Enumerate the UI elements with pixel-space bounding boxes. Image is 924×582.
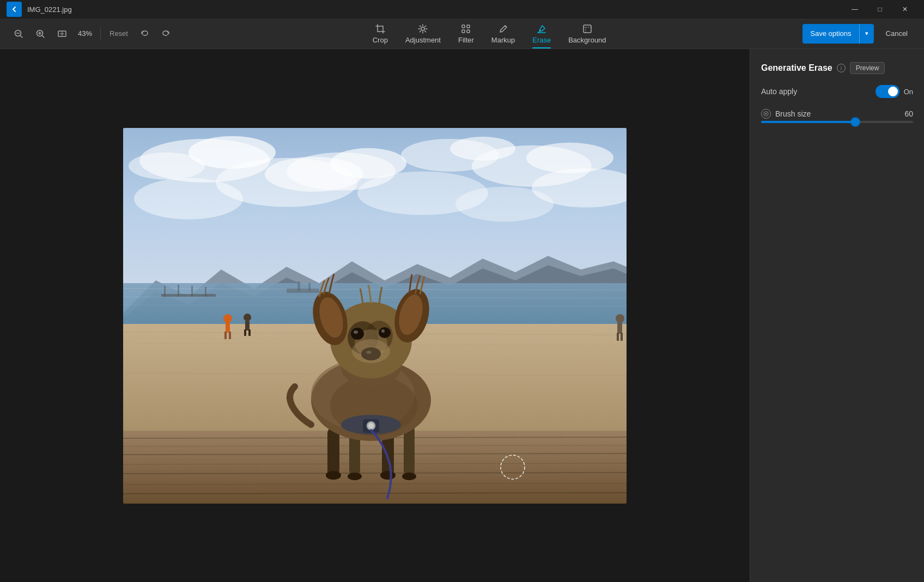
photo-display [123, 128, 627, 504]
redo-button[interactable] [156, 24, 176, 44]
toggle-on-label: On [904, 88, 913, 96]
svg-point-10 [421, 27, 424, 30]
window-title: IMG_0221.jpg [27, 5, 842, 14]
svg-point-59 [616, 314, 624, 323]
filter-icon [460, 23, 471, 34]
tool-adjustment-label: Adjustment [405, 36, 441, 44]
tool-adjustment[interactable]: Adjustment [398, 20, 448, 47]
slider-fill [761, 121, 855, 123]
fit-to-screen-button[interactable] [52, 24, 72, 44]
tool-background[interactable]: Background [561, 20, 613, 47]
svg-rect-14 [467, 30, 470, 33]
adjustment-icon [417, 23, 428, 34]
brush-size-icon [761, 109, 771, 119]
slider-track [761, 121, 913, 123]
svg-point-55 [244, 314, 251, 321]
svg-rect-61 [617, 333, 619, 341]
divider [100, 27, 101, 40]
right-panel: Generative Erase i Preview Auto apply On [750, 49, 924, 582]
photo-svg [123, 128, 627, 504]
svg-rect-11 [462, 25, 465, 28]
svg-line-4 [42, 35, 45, 38]
info-icon[interactable]: i [837, 64, 846, 72]
svg-point-98 [381, 329, 385, 333]
brush-size-section: Brush size 60 [761, 109, 913, 123]
toggle-knob [888, 87, 898, 96]
markup-icon [498, 23, 509, 34]
panel-header: Generative Erase i Preview [761, 62, 913, 74]
brush-size-value: 60 [897, 109, 913, 118]
svg-point-76 [348, 473, 362, 480]
svg-point-97 [354, 330, 358, 334]
auto-apply-toggle-container: On [876, 85, 913, 98]
svg-point-19 [129, 152, 205, 180]
brush-size-row: Brush size 60 [761, 109, 913, 119]
toolbar-right: Save options ▾ Cancel [803, 24, 915, 44]
svg-point-75 [326, 471, 341, 480]
maximize-button[interactable]: □ [867, 0, 892, 19]
svg-point-51 [223, 314, 232, 323]
svg-rect-39 [164, 286, 166, 297]
svg-rect-41 [191, 286, 193, 297]
zoom-level: 43% [74, 29, 96, 38]
zoom-in-button[interactable] [31, 24, 50, 44]
zoom-out-button[interactable] [9, 24, 28, 44]
svg-point-78 [402, 473, 416, 480]
tool-crop[interactable]: Crop [365, 20, 396, 47]
svg-point-95 [351, 328, 364, 340]
save-options-chevron-icon: ▾ [859, 24, 874, 44]
svg-rect-15 [583, 25, 591, 33]
toolbar: 43% Reset Crop [0, 19, 924, 49]
svg-rect-12 [462, 30, 465, 33]
svg-point-96 [379, 327, 391, 338]
toolbar-center: Crop Adjustment [178, 20, 800, 47]
svg-rect-38 [161, 294, 216, 297]
erase-icon [536, 23, 547, 34]
background-icon [582, 23, 593, 34]
svg-point-85 [368, 423, 374, 428]
brush-size-slider[interactable] [761, 121, 913, 123]
toolbar-left: 43% Reset [9, 24, 176, 44]
svg-line-1 [21, 35, 23, 38]
tool-crop-label: Crop [373, 36, 388, 44]
window-controls: — □ ✕ [842, 0, 917, 19]
back-button[interactable] [7, 2, 22, 17]
svg-rect-40 [178, 285, 179, 297]
preview-badge[interactable]: Preview [850, 62, 885, 74]
svg-point-104 [765, 113, 767, 115]
auto-apply-toggle[interactable] [876, 85, 899, 98]
slider-thumb[interactable] [851, 118, 860, 126]
svg-point-25 [526, 143, 613, 173]
svg-rect-56 [245, 321, 250, 330]
tool-erase[interactable]: Erase [525, 20, 558, 47]
save-options-button[interactable]: Save options ▾ [803, 24, 873, 44]
tool-background-label: Background [568, 36, 606, 44]
svg-rect-45 [308, 283, 311, 291]
brush-size-label: Brush size [775, 109, 892, 118]
svg-rect-52 [226, 322, 230, 333]
svg-rect-58 [248, 329, 251, 336]
reset-button[interactable]: Reset [105, 27, 132, 40]
svg-point-101 [352, 339, 390, 363]
tool-markup-label: Markup [491, 36, 515, 44]
svg-rect-60 [617, 322, 622, 334]
svg-rect-44 [297, 281, 300, 291]
tool-filter-label: Filter [458, 36, 474, 44]
tool-filter[interactable]: Filter [451, 20, 482, 47]
undo-button[interactable] [135, 24, 154, 44]
canvas-area[interactable] [0, 49, 750, 582]
crop-icon [375, 23, 386, 34]
svg-rect-62 [621, 333, 623, 341]
panel-title: Generative Erase [761, 63, 832, 73]
svg-rect-71 [327, 427, 339, 476]
tool-markup[interactable]: Markup [484, 20, 522, 47]
minimize-button[interactable]: — [842, 0, 867, 19]
svg-point-31 [455, 187, 554, 222]
close-button[interactable]: ✕ [892, 0, 917, 19]
image-container [123, 128, 627, 504]
svg-rect-57 [244, 329, 246, 336]
svg-rect-53 [224, 332, 227, 339]
svg-rect-42 [205, 287, 206, 297]
svg-point-77 [380, 471, 396, 480]
cancel-button[interactable]: Cancel [878, 24, 915, 44]
